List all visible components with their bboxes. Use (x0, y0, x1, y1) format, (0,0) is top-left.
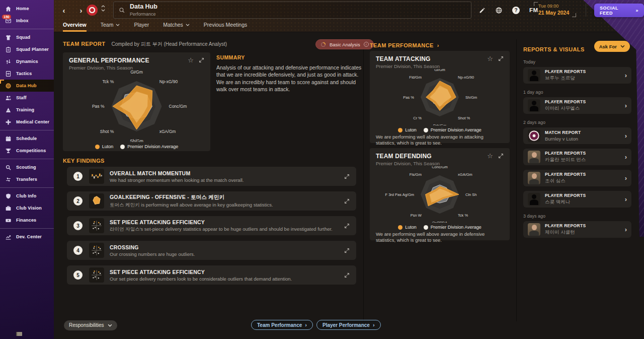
chevron-down-icon (108, 324, 112, 327)
sidebar-item-schedule[interactable]: Schedule (0, 132, 54, 145)
report-type-label: PLAYER REPORTS (545, 69, 586, 74)
report-card[interactable]: PLAYER REPORTS 제이미 샤클턴 › (523, 221, 631, 238)
report-group-timestamp: 3 days ago (523, 214, 631, 219)
sidebar-item-home[interactable]: Home (0, 3, 54, 15)
dev-center-icon (5, 233, 12, 240)
sidebar-item-club-vision[interactable]: Club Vision (0, 202, 54, 214)
tab-overview[interactable]: Overview (63, 22, 87, 32)
sidebar-item-staff[interactable]: Staff (0, 92, 54, 104)
sidebar-item-label: Data Hub (16, 83, 37, 88)
tab-player[interactable]: Player (134, 22, 149, 32)
svg-text:Cr %: Cr % (413, 116, 422, 120)
chevron-down-icon (101, 9, 105, 12)
chevron-right-icon: › (625, 72, 627, 79)
summary-text: Analysis of our attacking and defensive … (216, 64, 363, 93)
radar-chart-icon (89, 193, 104, 209)
tab-label: Player (134, 22, 149, 28)
favourite-star-icon[interactable]: ☆ (487, 55, 493, 62)
chevron-right-icon: › (625, 174, 627, 182)
sidebar-item-scouting[interactable]: Scouting (0, 161, 54, 173)
team-performance-heading[interactable]: TEAM PERFORMANCE › (370, 42, 439, 48)
expand-icon[interactable] (498, 153, 504, 159)
team-performance-button[interactable]: Team Performance › (251, 320, 313, 330)
svg-text:Fld/Gm: Fld/Gm (409, 75, 422, 80)
game-time: Tue 09:00 (538, 4, 569, 9)
sidebar-item-label: Dev. Center (16, 234, 42, 239)
sidebar-item-dev-center[interactable]: Dev. Center (0, 231, 54, 243)
report-card[interactable]: PLAYER REPORTS 스콧 맥케나 › (523, 191, 631, 208)
report-card[interactable]: PLAYER REPORTS 카올란 보이드 먼스 › (523, 149, 631, 165)
sidebar-item-inbox[interactable]: 150 Inbox (0, 15, 54, 27)
sidebar-item-competitions[interactable]: Competitions (0, 145, 54, 157)
svg-text:Tck %: Tck % (458, 213, 468, 218)
player-avatar (528, 69, 540, 82)
help-icon[interactable]: ? (512, 7, 520, 14)
sidebar-item-transfers[interactable]: Transfers (0, 173, 54, 185)
report-type-label: PLAYER REPORTS (545, 151, 586, 156)
sidebar-item-squad-planner[interactable]: Squad Planner (0, 43, 54, 55)
report-type-label: PLAYER REPORTS (545, 99, 586, 104)
social-feed-button[interactable]: SOCIAL FEED » (594, 4, 644, 17)
sidebar-item-label: Competitions (16, 148, 46, 153)
key-finding-row[interactable]: 3 SET PIECE ATTACKING EFFICIENCY 라이언 자일스… (67, 216, 356, 235)
sidebar-item-dynamics[interactable]: Dynamics (0, 55, 54, 67)
tab-label: Team (101, 22, 114, 28)
club-crest-icon (528, 129, 540, 142)
finding-title: SET PIECE ATTACKING EFFICIENCY (110, 269, 292, 275)
sidebar-item-tactics[interactable]: Tactics (0, 67, 54, 80)
svg-text:Psn W: Psn W (411, 213, 422, 218)
expand-icon[interactable] (344, 273, 350, 278)
sidebar-item-data-hub[interactable]: Data Hub (0, 80, 54, 92)
club-badge[interactable] (87, 5, 98, 16)
expand-icon[interactable] (344, 174, 350, 179)
favourite-star-icon[interactable]: ☆ (188, 57, 194, 63)
chart-note: We are performing well above average in … (370, 132, 510, 147)
key-finding-row[interactable]: 2 GOALKEEPING - OFFENSIVE - 토머스 케민키 토머스 … (67, 191, 356, 211)
sidebar-item-squad[interactable]: Squad (0, 31, 54, 43)
sidebar-footer-icon[interactable] (16, 332, 22, 336)
report-card[interactable]: PLAYER REPORTS 브루누 조르당 › (523, 67, 631, 84)
radar-chart: Gl/GmNp-xG/90Sh/GmShot %Drb/GmCr %Pas %F… (370, 69, 510, 127)
back-button[interactable]: ‹ (59, 5, 69, 16)
tab-label: Matches (163, 22, 183, 28)
expand-icon[interactable] (199, 57, 204, 63)
favourite-star-icon[interactable]: ☆ (487, 153, 493, 159)
report-card[interactable]: MATCH REPORT Burnley v Luton › (523, 127, 631, 144)
luton-legend-dot (398, 225, 403, 230)
chevron-right-icon: › (625, 226, 627, 233)
tab-label: Previous Meetings (204, 22, 247, 28)
player-performance-button[interactable]: Player Performance › (316, 320, 381, 330)
fm-logo[interactable]: FM (529, 7, 538, 13)
expand-icon[interactable] (344, 198, 350, 204)
tab-previous-meetings[interactable]: Previous Meetings (204, 22, 247, 32)
key-finding-row[interactable]: 5 SET PIECE ATTACKING EFFICIENCY Our set… (67, 265, 356, 285)
responsibilities-button[interactable]: Responsibilities (64, 320, 117, 330)
world-icon[interactable] (495, 7, 503, 14)
sidebar-item-label: Finances (16, 218, 36, 223)
finding-description: Our set piece delivery numbers look to b… (110, 276, 292, 282)
tab-matches[interactable]: Matches (163, 22, 190, 32)
tab-team[interactable]: Team (101, 22, 120, 32)
expand-icon[interactable] (498, 56, 504, 61)
game-clock[interactable]: Tue 09:00 21 May 2024 (538, 4, 569, 16)
scatter-chart-icon (89, 267, 104, 283)
sidebar-item-finances[interactable]: Finances (0, 214, 54, 226)
sidebar-item-club-info[interactable]: Club Info (0, 190, 54, 202)
analysis-level-button[interactable]: Basic Analysis i (315, 39, 374, 49)
forward-button[interactable]: › (76, 5, 86, 16)
ask-for-button[interactable]: Ask For (594, 41, 630, 52)
expand-icon[interactable] (344, 248, 350, 253)
svg-text:OpPPDA: OpPPDA (432, 221, 447, 223)
sidebar-item-training[interactable]: Training (0, 104, 54, 116)
club-switch-caret[interactable] (101, 5, 105, 12)
sidebar-item-medical-center[interactable]: Medical Center (0, 116, 54, 128)
expand-icon[interactable] (344, 223, 350, 229)
key-finding-row[interactable]: 1 OVERALL MATCH MOMENTUM We had stronger… (67, 167, 356, 186)
page-search-box[interactable]: Data Hub Performance (113, 2, 471, 19)
report-card[interactable]: PLAYER REPORTS 조쉬 심스 › (523, 170, 631, 186)
report-card[interactable]: PLAYER REPORTS 이마리 사무엘스 › (523, 97, 631, 114)
report-subject: 이마리 사무엘스 (545, 105, 586, 112)
chevron-right-icon: › (373, 322, 375, 328)
key-finding-row[interactable]: 4 CROSSING Our crossing numbers are huge… (67, 241, 356, 260)
edit-icon[interactable] (479, 7, 486, 14)
